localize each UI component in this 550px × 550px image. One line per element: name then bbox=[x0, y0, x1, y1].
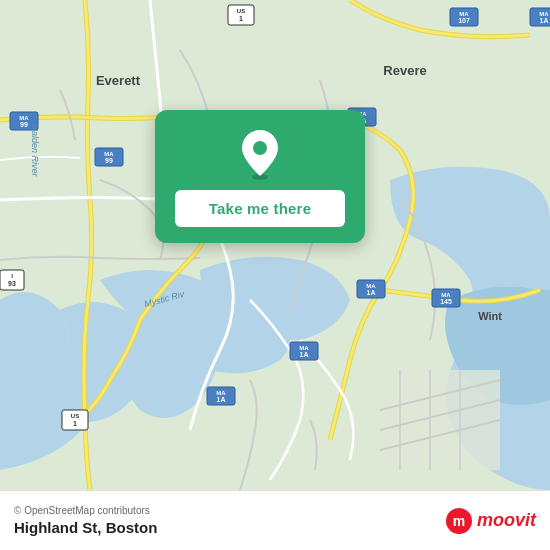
svg-text:Everett: Everett bbox=[96, 73, 141, 88]
svg-text:99: 99 bbox=[105, 157, 113, 164]
svg-text:1A: 1A bbox=[367, 289, 376, 296]
location-label: Highland St, Boston bbox=[14, 519, 157, 536]
svg-text:1: 1 bbox=[73, 420, 77, 427]
svg-text:m: m bbox=[453, 513, 465, 529]
copyright-text: © OpenStreetMap contributors bbox=[14, 505, 157, 516]
map-view: US 1 US 1 MA 99 MA 99 MA 107 MA 1A MA 1A… bbox=[0, 0, 550, 490]
svg-text:1A: 1A bbox=[217, 396, 226, 403]
svg-text:Malden River: Malden River bbox=[30, 123, 40, 177]
svg-text:Wint: Wint bbox=[478, 310, 502, 322]
moovit-brand-name: moovit bbox=[477, 510, 536, 531]
svg-point-44 bbox=[253, 141, 267, 155]
destination-card: Take me there bbox=[155, 110, 365, 243]
svg-text:93: 93 bbox=[8, 280, 16, 287]
moovit-brand-icon: m bbox=[445, 507, 473, 535]
location-info: © OpenStreetMap contributors Highland St… bbox=[14, 505, 157, 536]
svg-text:US: US bbox=[237, 8, 245, 14]
svg-text:Revere: Revere bbox=[383, 63, 426, 78]
moovit-logo: m moovit bbox=[445, 507, 536, 535]
map-svg: US 1 US 1 MA 99 MA 99 MA 107 MA 1A MA 1A… bbox=[0, 0, 550, 490]
bottom-bar: © OpenStreetMap contributors Highland St… bbox=[0, 490, 550, 550]
svg-text:1: 1 bbox=[239, 15, 243, 22]
location-pin-icon bbox=[238, 128, 282, 180]
svg-text:107: 107 bbox=[458, 17, 470, 24]
svg-text:145: 145 bbox=[440, 298, 452, 305]
svg-text:US: US bbox=[71, 413, 79, 419]
svg-text:1A: 1A bbox=[300, 351, 309, 358]
svg-text:1A: 1A bbox=[540, 17, 549, 24]
take-me-there-button[interactable]: Take me there bbox=[175, 190, 345, 227]
svg-text:99: 99 bbox=[20, 121, 28, 128]
